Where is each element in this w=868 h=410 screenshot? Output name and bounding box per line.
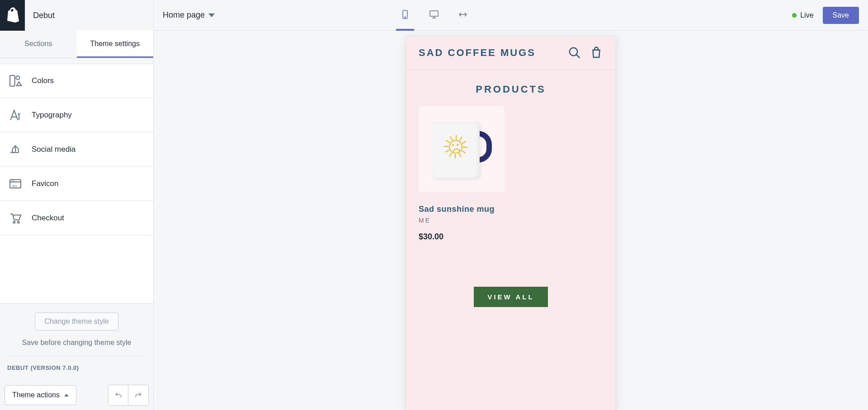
- redo-icon: [134, 391, 143, 400]
- product-grid: Sad sunshine mug ME $30.00: [406, 106, 616, 242]
- svg-text:ico: ico: [12, 183, 17, 187]
- sidebar-header: Debut: [0, 0, 153, 31]
- settings-item-colors[interactable]: Colors: [0, 64, 153, 98]
- main: Home page Live Save SAD: [154, 0, 868, 410]
- settings-item-social[interactable]: Social media: [0, 132, 153, 167]
- fullwidth-icon: [458, 9, 468, 20]
- redo-button[interactable]: [128, 385, 148, 405]
- page-selector-label: Home page: [163, 10, 205, 20]
- mobile-preview-frame[interactable]: SAD COFFEE MUGS PRODUCTS: [406, 36, 616, 410]
- favicon-icon: ico: [8, 177, 23, 191]
- store-title[interactable]: SAD COFFEE MUGS: [419, 47, 536, 59]
- sidebar-lower: Change theme style Save before changing …: [0, 303, 153, 380]
- undo-redo-group: [108, 385, 149, 405]
- page-selector[interactable]: Home page: [163, 10, 215, 20]
- divider: [7, 356, 146, 356]
- checkout-icon: [8, 211, 23, 225]
- svg-rect-7: [430, 11, 438, 16]
- chevron-down-icon: [208, 12, 215, 19]
- product-card[interactable]: Sad sunshine mug ME $30.00: [419, 106, 505, 242]
- store-header: SAD COFFEE MUGS: [406, 36, 616, 70]
- svg-point-5: [18, 221, 19, 223]
- tabs: Sections Theme settings: [0, 31, 153, 58]
- product-image: [419, 106, 505, 192]
- svg-point-4: [13, 221, 15, 223]
- section-title: PRODUCTS: [406, 70, 616, 106]
- theme-actions-button[interactable]: Theme actions: [5, 385, 76, 405]
- cart-icon[interactable]: [590, 46, 603, 60]
- settings-label: Social media: [32, 145, 75, 154]
- product-price: $30.00: [419, 232, 505, 242]
- mobile-icon: [400, 9, 410, 20]
- settings-label: Checkout: [32, 214, 64, 223]
- svg-rect-0: [10, 75, 15, 86]
- search-icon[interactable]: [568, 46, 581, 60]
- undo-icon: [114, 391, 123, 400]
- change-theme-button[interactable]: Change theme style: [35, 312, 118, 331]
- desktop-icon: [429, 9, 439, 20]
- product-vendor: ME: [419, 217, 505, 224]
- tab-sections[interactable]: Sections: [0, 31, 77, 58]
- settings-label: Colors: [32, 76, 54, 85]
- preview-area: SAD COFFEE MUGS PRODUCTS: [154, 31, 868, 410]
- theme-name: Debut: [25, 11, 55, 20]
- viewport-buttons: [396, 0, 472, 31]
- viewport-fullwidth-button[interactable]: [454, 0, 472, 31]
- save-hint-text: Save before changing theme style: [7, 339, 146, 347]
- store-header-icons: [568, 46, 603, 60]
- product-title: Sad sunshine mug: [419, 205, 505, 214]
- svg-point-8: [570, 48, 578, 56]
- topbar-right: Live Save: [792, 7, 859, 24]
- view-all-button[interactable]: VIEW ALL: [474, 287, 547, 307]
- save-button[interactable]: Save: [823, 7, 859, 24]
- typography-icon: [8, 108, 23, 122]
- undo-button[interactable]: [108, 385, 128, 405]
- settings-list: Colors Typography Social media ico Favic…: [0, 64, 153, 303]
- colors-icon: [8, 74, 23, 88]
- settings-item-favicon[interactable]: ico Favicon: [0, 167, 153, 201]
- settings-label: Typography: [32, 111, 72, 120]
- svg-point-1: [16, 76, 19, 79]
- shopify-icon: [5, 7, 20, 23]
- sidebar-footer: Theme actions: [0, 380, 153, 410]
- viewport-mobile-button[interactable]: [396, 0, 414, 31]
- live-indicator: Live: [792, 11, 813, 19]
- tab-theme-settings[interactable]: Theme settings: [77, 31, 154, 58]
- mug-illustration: [428, 117, 495, 181]
- social-icon: [8, 142, 23, 157]
- settings-item-checkout[interactable]: Checkout: [0, 201, 153, 235]
- caret-up-icon: [64, 394, 69, 396]
- sidebar: Debut Sections Theme settings Colors Typ…: [0, 0, 154, 410]
- settings-item-typography[interactable]: Typography: [0, 98, 153, 132]
- live-label: Live: [800, 11, 813, 19]
- version-text: DEBUT (VERSION 7.0.0): [7, 364, 146, 371]
- settings-label: Favicon: [32, 179, 59, 188]
- viewport-desktop-button[interactable]: [425, 0, 443, 31]
- shopify-logo[interactable]: [0, 0, 25, 31]
- topbar: Home page Live Save: [154, 0, 868, 31]
- live-dot-icon: [792, 13, 797, 18]
- theme-actions-label: Theme actions: [12, 391, 60, 399]
